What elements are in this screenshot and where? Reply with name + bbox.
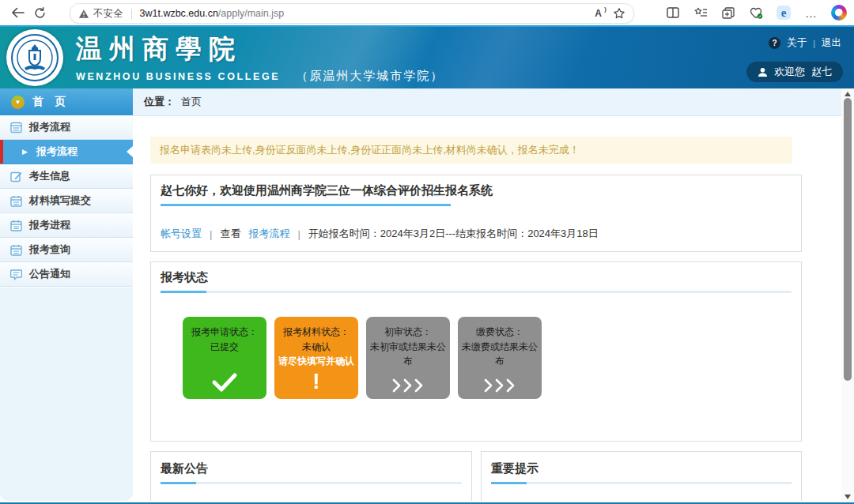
school-name-en: WENZHOU BUSINESS COLLEGE bbox=[76, 71, 280, 82]
status-box-application[interactable]: 报考申请状态： 已提交 bbox=[183, 317, 266, 399]
sidebar-item-application-process[interactable]: 报考流程 bbox=[0, 115, 133, 140]
user-icon bbox=[758, 67, 768, 77]
school-name-alt: （原温州大学城市学院） bbox=[296, 69, 444, 84]
home-toggle-icon: ▼ bbox=[11, 96, 25, 109]
browser-toolbar: 不安全 3w1t.wzbc.edu.cn/apply/main.jsp A) bbox=[0, 0, 854, 26]
divider bbox=[131, 9, 132, 19]
view-label: 查看 bbox=[220, 227, 240, 241]
welcome-title: 赵七你好，欢迎使用温州商学院三位一体综合评价招生报名系统 bbox=[161, 183, 792, 198]
section-underline bbox=[491, 482, 792, 484]
help-icon: ? bbox=[769, 37, 780, 49]
split-screen-icon[interactable] bbox=[663, 2, 683, 23]
status-box-materials[interactable]: 报考材料状态： 未确认 请尽快填写并确认 ! bbox=[274, 317, 358, 399]
tips-panel: 重要提示 bbox=[481, 451, 802, 501]
status-section-title: 报考状态 bbox=[161, 270, 792, 285]
section-underline bbox=[161, 482, 462, 484]
logout-link[interactable]: 退出 bbox=[822, 36, 841, 50]
tips-title: 重要提示 bbox=[491, 461, 792, 476]
copilot-icon[interactable] bbox=[829, 2, 849, 23]
calendar-icon bbox=[10, 220, 22, 231]
breadcrumb-label: 位置： bbox=[144, 95, 175, 109]
chevrons-icon bbox=[391, 378, 425, 393]
refresh-button[interactable] bbox=[28, 2, 51, 23]
vertical-scrollbar[interactable] bbox=[841, 88, 854, 502]
school-name-cn: 温州商學院 bbox=[76, 32, 444, 67]
favorite-star-icon[interactable] bbox=[613, 7, 625, 20]
divider: | bbox=[813, 39, 815, 48]
edit-icon bbox=[10, 171, 22, 182]
section-underline bbox=[161, 291, 792, 293]
registration-period: 开始报名时间：2024年3月2日---结束报名时间：2024年3月18日 bbox=[308, 227, 599, 241]
url-host: 3w1t.wzbc.edu.cn bbox=[140, 8, 218, 19]
sidebar-home[interactable]: ▼ 首 页 bbox=[0, 88, 133, 115]
sidebar-item-announcements[interactable]: 公告通知 bbox=[0, 262, 133, 287]
announcements-panel: 最新公告 bbox=[150, 451, 472, 501]
chat-icon bbox=[10, 269, 22, 280]
status-box-payment[interactable]: 缴费状态： 未缴费或结果未公布 bbox=[458, 317, 542, 399]
read-aloud-icon[interactable]: A) bbox=[595, 8, 602, 19]
collections-icon[interactable] bbox=[718, 2, 739, 23]
active-arrow-icon: ▶ bbox=[22, 148, 28, 156]
browser-window: 不安全 3w1t.wzbc.edu.cn/apply/main.jsp A) bbox=[0, 0, 854, 504]
account-settings-link[interactable]: 帐号设置 bbox=[161, 227, 202, 241]
ie-mode-icon[interactable]: e bbox=[773, 2, 794, 23]
scroll-down-arrow[interactable] bbox=[841, 491, 854, 502]
exclamation-icon: ! bbox=[312, 370, 319, 393]
chevrons-icon bbox=[483, 378, 516, 393]
user-welcome-pill[interactable]: 欢迎您 赵七 bbox=[746, 62, 843, 82]
about-link[interactable]: 关于 bbox=[787, 36, 807, 50]
incomplete-warning-banner: 报名申请表尚未上传,身份证反面尚未上传,身份证正面尚未上传,材料尚未确认，报名未… bbox=[150, 137, 792, 164]
user-name: 赵七 bbox=[811, 65, 832, 79]
welcome-panel: 赵七你好，欢迎使用温州商学院三位一体综合评价招生报名系统 帐号设置 | 查看 报… bbox=[150, 175, 802, 252]
site-header: 温州商學院 WENZHOU BUSINESS COLLEGE （原温州大学城市学… bbox=[0, 25, 854, 88]
check-icon bbox=[210, 372, 239, 393]
breadcrumb-current: 首页 bbox=[181, 95, 202, 109]
status-box-initial-review[interactable]: 初审状态： 未初审或结果未公布 bbox=[366, 317, 450, 399]
address-bar[interactable]: 不安全 3w1t.wzbc.edu.cn/apply/main.jsp A) bbox=[70, 3, 634, 24]
sidebar: ▼ 首 页 报考流程 ▶ 报考流程 考生信息 材料填写提交 报考进程 报考查询 bbox=[0, 88, 133, 501]
security-label: 不安全 bbox=[93, 7, 123, 21]
status-note: 请尽快填写并确认 bbox=[278, 354, 354, 369]
process-link[interactable]: 报考流程 bbox=[248, 227, 289, 241]
url-path: /apply/main.jsp bbox=[218, 8, 284, 19]
sidebar-item-candidate-info[interactable]: 考生信息 bbox=[0, 164, 133, 189]
list-icon bbox=[10, 122, 22, 134]
status-panel: 报考状态 报考申请状态： 已提交 报考材料状态： 未确认 请尽快填写并确认 bbox=[150, 261, 802, 442]
school-logo bbox=[6, 29, 63, 86]
home-label: 首 页 bbox=[32, 95, 66, 109]
title-underline bbox=[161, 204, 792, 206]
sidebar-item-application-progress[interactable]: 报考进程 bbox=[0, 213, 133, 238]
breadcrumb: 位置： 首页 bbox=[133, 88, 841, 116]
welcome-label: 欢迎您 bbox=[774, 65, 805, 79]
back-button[interactable] bbox=[6, 2, 28, 23]
more-menu-icon[interactable]: … bbox=[801, 2, 822, 23]
scrollbar-thumb[interactable] bbox=[844, 98, 852, 381]
sidebar-item-application-query[interactable]: 报考查询 bbox=[0, 238, 133, 262]
announcements-title: 最新公告 bbox=[161, 461, 462, 476]
sidebar-subitem-application-process-active[interactable]: ▶ 报考流程 bbox=[0, 140, 133, 164]
calendar-icon bbox=[10, 195, 22, 207]
calendar-icon bbox=[10, 244, 22, 256]
warning-triangle-icon bbox=[78, 9, 89, 19]
sidebar-filler bbox=[0, 287, 133, 501]
site-security-info[interactable]: 不安全 bbox=[78, 7, 123, 21]
main-content: 位置： 首页 报名申请表尚未上传,身份证反面尚未上传,身份证正面尚未上传,材料尚… bbox=[133, 88, 841, 501]
browser-essentials-icon[interactable] bbox=[746, 2, 766, 23]
sidebar-item-material-submit[interactable]: 材料填写提交 bbox=[0, 189, 133, 213]
favorites-icon[interactable] bbox=[690, 2, 711, 23]
